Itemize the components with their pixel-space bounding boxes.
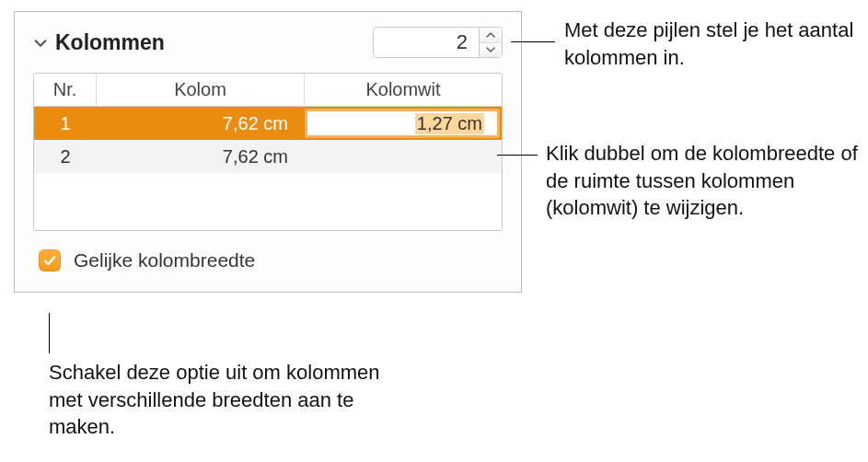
callout-stepper: Met deze pijlen stel je het aantal kolom… bbox=[564, 17, 859, 71]
table-row[interactable]: 1 7,62 cm 1,27 cm bbox=[34, 107, 502, 140]
header-kolom[interactable]: Kolom bbox=[97, 74, 305, 106]
edit-value: 1,27 cm bbox=[415, 113, 484, 134]
chevron-down-icon[interactable] bbox=[33, 34, 50, 51]
callout-line bbox=[511, 41, 555, 42]
section-title: Kolommen bbox=[55, 30, 165, 55]
stepper-down-button[interactable] bbox=[480, 42, 502, 57]
equal-width-row: Gelijke kolombreedte bbox=[39, 249, 503, 271]
callout-editcell: Klik dubbel om de kolombreedte of de rui… bbox=[546, 140, 861, 222]
columns-table: Nr. Kolom Kolomwit 1 7,62 cm 1,27 cm 2 7… bbox=[33, 73, 503, 231]
header-nr[interactable]: Nr. bbox=[34, 74, 97, 106]
table-header-row: Nr. Kolom Kolomwit bbox=[34, 74, 502, 107]
table-row[interactable]: 2 7,62 cm bbox=[34, 140, 502, 173]
callout-checkbox: Schakel deze optie uit om kolommen met v… bbox=[49, 359, 380, 441]
cell-kolom[interactable]: 7,62 cm bbox=[97, 107, 305, 140]
cell-kolom[interactable]: 7,62 cm bbox=[97, 140, 305, 173]
table-blank-area bbox=[34, 173, 502, 230]
cell-kolomwit[interactable] bbox=[305, 140, 502, 173]
columns-panel: Kolommen Nr. Kolom Kolomwit 1 7,62 cm bbox=[14, 11, 522, 293]
equal-width-label: Gelijke kolombreedte bbox=[74, 249, 255, 271]
table-body: 1 7,62 cm 1,27 cm 2 7,62 cm bbox=[34, 107, 502, 230]
stepper-buttons bbox=[480, 27, 503, 58]
cell-kolomwit-editing[interactable]: 1,27 cm bbox=[305, 109, 500, 138]
column-count-stepper bbox=[373, 27, 503, 58]
callout-line bbox=[497, 155, 538, 156]
column-count-input[interactable] bbox=[373, 27, 480, 58]
callout-line bbox=[49, 313, 50, 353]
cell-nr: 1 bbox=[34, 107, 97, 140]
equal-width-checkbox[interactable] bbox=[39, 249, 61, 271]
panel-header: Kolommen bbox=[33, 27, 503, 58]
header-kolomwit[interactable]: Kolomwit bbox=[305, 74, 502, 106]
cell-nr: 2 bbox=[34, 140, 97, 173]
header-left: Kolommen bbox=[33, 30, 165, 55]
stepper-up-button[interactable] bbox=[480, 28, 502, 42]
